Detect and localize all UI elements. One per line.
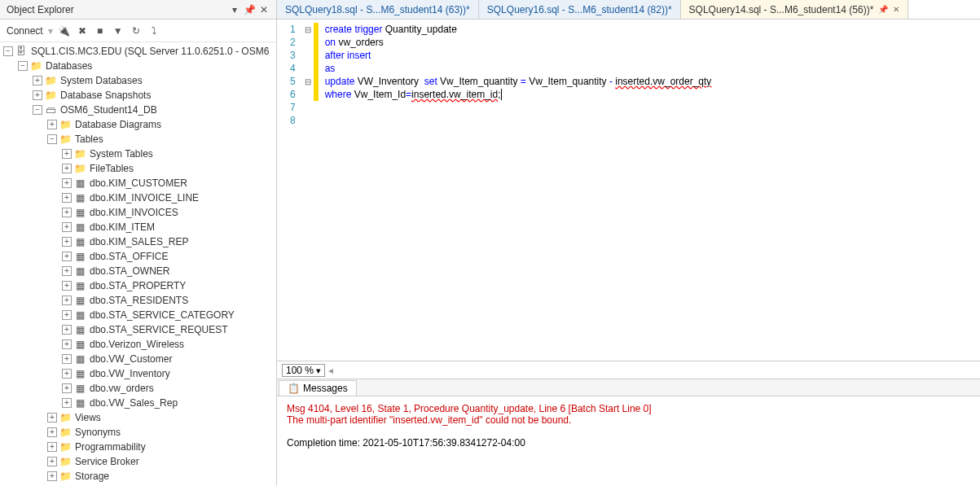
table-node[interactable]: +▦dbo.vw_orders	[0, 381, 276, 396]
student-db-node[interactable]: − 🗃 OSM6_Student14_DB	[0, 103, 276, 117]
table-node[interactable]: +▦dbo.KIM_INVOICES	[0, 205, 276, 220]
folder-icon: 📁	[73, 163, 86, 174]
stop-icon[interactable]: ■	[94, 24, 107, 37]
table-icon: ▦	[73, 339, 86, 350]
pin-icon[interactable]: 📌	[244, 4, 255, 15]
table-node[interactable]: +▦dbo.KIM_INVOICE_LINE	[0, 190, 276, 205]
synonyms-node[interactable]: + 📁 Synonyms	[0, 425, 276, 440]
document-tab[interactable]: SQLQuery14.sql - S...M6_student14 (56))*…	[681, 0, 909, 19]
tab-label: SQLQuery18.sql - S...M6_student14 (63))*	[285, 4, 470, 15]
table-node[interactable]: +▦dbo.VW_Customer	[0, 352, 276, 366]
table-node[interactable]: +▦dbo.VW_Inventory	[0, 366, 276, 381]
table-node[interactable]: +▦dbo.KIM_SALES_REP	[0, 234, 276, 249]
table-icon: ▦	[73, 251, 86, 262]
line-gutter: 12345678	[277, 20, 302, 361]
table-node[interactable]: +▦dbo.STA_RESIDENTS	[0, 293, 276, 308]
code-content[interactable]: create trigger Quantity_updateon vw_orde…	[319, 20, 719, 361]
table-node[interactable]: +▦dbo.STA_OWNER	[0, 264, 276, 278]
tab-label: SQLQuery14.sql - S...M6_student14 (56))*	[689, 4, 874, 15]
tab-label: SQLQuery16.sql - S...M6_student14 (82))*	[487, 4, 672, 15]
document-tab[interactable]: SQLQuery16.sql - S...M6_student14 (82))*	[479, 0, 681, 19]
zoom-bar: 100 % ▾ ◂	[277, 361, 980, 379]
refresh-icon[interactable]: ↻	[130, 24, 143, 37]
file-tables-node[interactable]: + 📁 FileTables	[0, 161, 276, 176]
explorer-header: Object Explorer ▾ 📌 ✕	[0, 0, 276, 20]
table-node[interactable]: +▦dbo.VW_Sales_Rep	[0, 396, 276, 410]
table-node[interactable]: +▦dbo.Verizon_Wireless	[0, 337, 276, 352]
programmability-node[interactable]: + 📁 Programmability	[0, 440, 276, 454]
table-icon: ▦	[73, 192, 86, 204]
window-position-icon[interactable]: ▾	[229, 4, 240, 15]
close-icon[interactable]: ✕	[258, 4, 270, 15]
tab-pin-icon[interactable]: 📌	[878, 5, 888, 14]
object-explorer-tree[interactable]: − 🗄 SQL1.CIS.MC3.EDU (SQL Server 11.0.62…	[0, 42, 276, 486]
server-icon: 🗄	[15, 46, 28, 57]
service-broker-node[interactable]: + 📁 Service Broker	[0, 454, 276, 469]
storage-node[interactable]: + 📁 Storage	[0, 469, 276, 484]
system-tables-node[interactable]: + 📁 System Tables	[0, 147, 276, 161]
folder-icon: 📁	[44, 75, 57, 86]
database-snapshots-node[interactable]: + 📁 Database Snapshots	[0, 88, 276, 103]
sql-editor[interactable]: 12345678 ⊟⊟ create trigger Quantity_upda…	[277, 20, 980, 361]
connect-icon[interactable]: 🔌	[58, 24, 71, 37]
explorer-title: Object Explorer	[7, 4, 74, 15]
error-message-line1: Msg 4104, Level 16, State 1, Procedure Q…	[287, 403, 970, 414]
main-area: SQLQuery18.sql - S...M6_student14 (63))*…	[277, 0, 980, 486]
views-node[interactable]: + 📁 Views	[0, 410, 276, 425]
table-icon: ▦	[73, 236, 86, 247]
results-tabs: 📋 Messages	[277, 379, 980, 396]
server-node[interactable]: − 🗄 SQL1.CIS.MC3.EDU (SQL Server 11.0.62…	[0, 44, 276, 59]
table-node[interactable]: +▦dbo.STA_SERVICE_CATEGORY	[0, 308, 276, 322]
table-node[interactable]: +▦dbo.STA_PROPERTY	[0, 278, 276, 293]
folder-icon: 📁	[59, 441, 72, 453]
database-icon: 🗃	[44, 104, 57, 116]
table-icon: ▦	[73, 324, 86, 335]
db-diagrams-node[interactable]: + 📁 Database Diagrams	[0, 117, 276, 132]
table-icon: ▦	[73, 177, 86, 189]
disconnect-icon[interactable]: ✖	[76, 24, 89, 37]
tables-node[interactable]: − 📁 Tables	[0, 132, 276, 147]
folder-icon: 📁	[44, 90, 57, 101]
document-tabs: SQLQuery18.sql - S...M6_student14 (63))*…	[277, 0, 980, 20]
object-explorer-panel: Object Explorer ▾ 📌 ✕ Connect ▾ 🔌 ✖ ■ ▼ …	[0, 0, 277, 486]
explorer-toolbar: Connect ▾ 🔌 ✖ ■ ▼ ↻ ⤵	[0, 20, 276, 42]
messages-tab[interactable]: 📋 Messages	[279, 380, 357, 396]
table-icon: ▦	[73, 265, 86, 277]
folder-icon: 📁	[59, 427, 72, 438]
table-icon: ▦	[73, 221, 86, 233]
completion-time: Completion time: 2021-05-10T17:56:39.834…	[287, 437, 970, 449]
folder-icon: 📁	[59, 119, 72, 130]
folder-icon: 📁	[59, 134, 72, 145]
system-databases-node[interactable]: + 📁 System Databases	[0, 73, 276, 88]
document-tab[interactable]: SQLQuery18.sql - S...M6_student14 (63))*	[277, 0, 479, 19]
folder-icon: 📁	[59, 471, 72, 482]
fold-markers[interactable]: ⊟⊟	[302, 20, 314, 361]
table-node[interactable]: +▦dbo.STA_SERVICE_REQUEST	[0, 322, 276, 337]
table-node[interactable]: +▦dbo.KIM_CUSTOMER	[0, 176, 276, 190]
error-message-line2: The multi-part identifier "inserted.vw_i…	[287, 414, 970, 426]
editor-area: 12345678 ⊟⊟ create trigger Quantity_upda…	[277, 20, 980, 486]
sync-icon[interactable]: ⤵	[147, 24, 160, 37]
table-icon: ▦	[73, 383, 86, 394]
databases-node[interactable]: − 📁 Databases	[0, 59, 276, 73]
table-node[interactable]: +▦dbo.KIM_ITEM	[0, 220, 276, 234]
table-icon: ▦	[73, 397, 86, 409]
table-icon: ▦	[73, 295, 86, 306]
table-icon: ▦	[73, 353, 86, 365]
table-icon: ▦	[73, 280, 86, 291]
zoom-select[interactable]: 100 % ▾	[282, 364, 325, 377]
folder-icon: 📁	[73, 148, 86, 160]
table-icon: ▦	[73, 309, 86, 321]
folder-icon: 📁	[29, 60, 42, 72]
scroll-left-icon[interactable]: ◂	[328, 365, 333, 376]
table-node[interactable]: +▦dbo.STA_OFFICE	[0, 249, 276, 264]
folder-icon: 📁	[59, 456, 72, 467]
table-icon: ▦	[73, 207, 86, 218]
tab-close-icon[interactable]: ✕	[893, 5, 899, 14]
filter-icon[interactable]: ▼	[112, 24, 125, 37]
connect-label[interactable]: Connect	[7, 25, 43, 37]
table-icon: ▦	[73, 368, 86, 379]
messages-panel[interactable]: Msg 4104, Level 16, State 1, Procedure Q…	[277, 396, 980, 486]
folder-icon: 📁	[59, 412, 72, 423]
messages-icon: 📋	[288, 383, 300, 394]
